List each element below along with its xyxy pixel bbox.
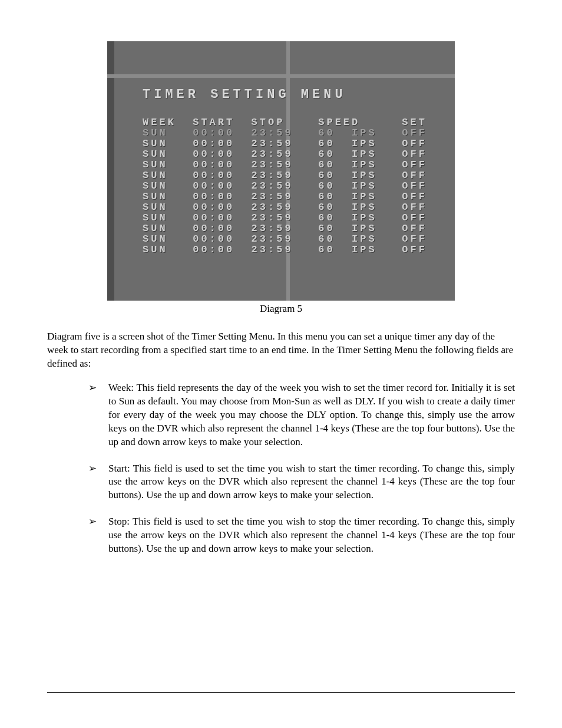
osd-table: WEEK START STOP SPEED SETSUN 00:00 23:59… xyxy=(143,117,431,255)
osd-header-row: WEEK START STOP SPEED SET xyxy=(143,117,431,128)
osd-data-row: SUN 00:00 23:59 60 IPS OFF xyxy=(143,149,431,160)
diagram-figure: TIMER SETTING MENU WEEK START STOP SPEED… xyxy=(107,41,455,315)
osd-left-edge xyxy=(107,41,114,301)
bullet-item: Start: This field is used to set the tim… xyxy=(88,462,515,503)
bullet-item: Stop: This field is used to set the time… xyxy=(88,515,515,556)
osd-title: TIMER SETTING MENU xyxy=(143,87,431,102)
osd-content: TIMER SETTING MENU WEEK START STOP SPEED… xyxy=(143,87,431,255)
osd-data-row: SUN 00:00 23:59 60 IPS OFF xyxy=(143,192,431,202)
bullet-item: Week: This field represents the day of t… xyxy=(88,381,515,449)
osd-data-row: SUN 00:00 23:59 60 IPS OFF xyxy=(143,170,431,181)
bullet-list: Week: This field represents the day of t… xyxy=(88,381,515,556)
intro-paragraph: Diagram five is a screen shot of the Tim… xyxy=(47,330,515,371)
footer-rule xyxy=(47,692,515,693)
body-text: Diagram five is a screen shot of the Tim… xyxy=(47,330,515,556)
osd-data-row: SUN 00:00 23:59 60 IPS OFF xyxy=(143,234,431,245)
osd-data-row: SUN 00:00 23:59 60 IPS OFF xyxy=(143,202,431,213)
osd-data-row: SUN 00:00 23:59 60 IPS OFF xyxy=(143,160,431,170)
figure-caption: Diagram 5 xyxy=(107,303,455,315)
document-page: TIMER SETTING MENU WEEK START STOP SPEED… xyxy=(0,0,562,728)
osd-screen: TIMER SETTING MENU WEEK START STOP SPEED… xyxy=(107,41,455,301)
osd-horizontal-divider xyxy=(107,74,455,78)
osd-data-row: SUN 00:00 23:59 60 IPS OFF xyxy=(143,181,431,192)
osd-data-row: SUN 00:00 23:59 60 IPS OFF xyxy=(143,128,431,139)
osd-data-row: SUN 00:00 23:59 60 IPS OFF xyxy=(143,245,431,255)
osd-data-row: SUN 00:00 23:59 60 IPS OFF xyxy=(143,223,431,234)
osd-data-row: SUN 00:00 23:59 60 IPS OFF xyxy=(143,213,431,223)
osd-data-row: SUN 00:00 23:59 60 IPS OFF xyxy=(143,139,431,149)
